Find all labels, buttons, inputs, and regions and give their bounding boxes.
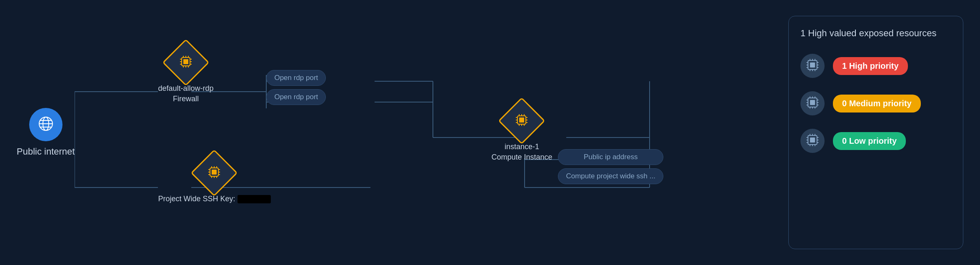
chip-icon-high: [805, 58, 820, 74]
chip-icon-compute: [514, 112, 529, 129]
right-panel: 1 High valued exposed resources: [788, 16, 963, 249]
high-priority-badge[interactable]: 1 High priority: [833, 57, 908, 75]
low-priority-row: 0 Low priority: [800, 129, 951, 153]
public-ip-pill: Public ip address: [558, 149, 663, 165]
medium-priority-badge[interactable]: 0 Medium priority: [833, 95, 921, 112]
public-internet-node: Public internet: [17, 108, 75, 157]
firewall-node: default-allow-rdp Firewall: [158, 46, 213, 104]
redacted-value: [238, 195, 271, 203]
high-priority-row: 1 High priority: [800, 54, 951, 78]
compute-label: instance-1 Compute Instance: [491, 142, 552, 162]
ssh-key-diamond-inner: [207, 165, 222, 181]
public-internet-circle: [29, 108, 62, 141]
chip-icon-low: [805, 132, 820, 149]
low-priority-badge[interactable]: 0 Low priority: [833, 132, 906, 150]
compute-ssh-pill: Compute project wide ssh ...: [558, 168, 663, 184]
svg-rect-82: [810, 100, 815, 105]
rdp-pills: Open rdp port Open rdp port: [266, 70, 326, 105]
chip-icon-medium: [805, 95, 820, 112]
globe-icon: [38, 115, 54, 134]
firewall-label: default-allow-rdp Firewall: [158, 83, 213, 104]
low-priority-circle: [800, 129, 825, 153]
medium-priority-row: 0 Medium priority: [800, 91, 951, 115]
chip-icon-firewall: [178, 54, 193, 71]
svg-rect-26: [183, 59, 188, 64]
firewall-diamond: [162, 39, 209, 86]
firewall-diamond-inner: [178, 54, 193, 71]
ssh-key-node: Project Wide SSH Key:: [158, 156, 270, 204]
compute-node: instance-1 Compute Instance: [491, 104, 552, 162]
medium-priority-circle: [800, 91, 825, 115]
rdp-pill-1: Open rdp port: [266, 70, 326, 86]
svg-rect-40: [212, 170, 217, 175]
graph-area: default-allow-rdp Firewall Open rdp port…: [75, 8, 780, 257]
compute-pills: Public ip address Compute project wide s…: [558, 149, 663, 184]
compute-diamond-inner: [514, 112, 529, 129]
compute-diamond: [498, 97, 545, 144]
high-priority-circle: [800, 54, 825, 78]
svg-rect-96: [810, 138, 815, 142]
rdp-pill-2: Open rdp port: [266, 89, 326, 105]
ssh-key-diamond: [191, 149, 238, 196]
main-container: Public internet: [0, 0, 980, 265]
svg-rect-54: [519, 118, 524, 122]
panel-title: 1 High valued exposed resources: [800, 28, 951, 39]
svg-rect-68: [810, 62, 815, 68]
chip-icon-ssh: [207, 165, 222, 181]
public-internet-label: Public internet: [17, 146, 75, 157]
